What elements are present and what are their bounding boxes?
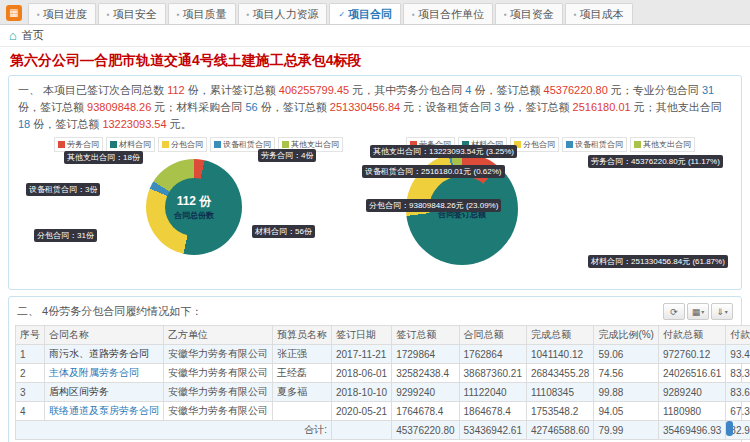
tab-icon: ▪: [412, 10, 415, 19]
col-header[interactable]: 完成比例(%): [594, 326, 659, 345]
refresh-icon: ⟳: [670, 307, 678, 317]
total-amount: 406255799.45: [279, 84, 349, 96]
col-header[interactable]: 签订日期: [332, 326, 392, 345]
tab-project-progress[interactable]: ▪项目进度: [28, 3, 96, 24]
col-header[interactable]: 签订总额: [392, 326, 459, 345]
home-icon[interactable]: ⌂: [9, 29, 17, 42]
columns-button[interactable]: ▦▾: [687, 303, 709, 320]
tab-label: 项目资金: [510, 7, 554, 22]
total-count: 112: [167, 84, 185, 96]
callout-other-count: 其他支出合同：18份: [64, 151, 143, 164]
table-header-row: 序号 合同名称 乙方单位 预算员名称 签订日期 签订总额 合同总额 完成总额 完…: [16, 326, 750, 345]
chevron-down-icon: ▾: [701, 308, 704, 315]
tab-project-funds[interactable]: ▪项目资金: [495, 3, 563, 24]
table-total-row: 合计: 45376220.80 53436942.61 42746588.60 …: [16, 421, 750, 440]
donut-center-value: 112 份: [177, 193, 212, 210]
tab-project-cost[interactable]: ▪项目成本: [565, 3, 633, 24]
contract-name-link[interactable]: 联络通道及泵房劳务合同: [49, 405, 159, 416]
tab-icon: ▪: [107, 10, 110, 19]
table-row: 3 盾构区间劳务 安徽华力劳务有限公司 夏多福 2018-10-10 92992…: [16, 383, 750, 402]
callout-equipment-amount: 设备租赁合同：2516180.01元 (0.62%): [362, 165, 505, 178]
contract-summary-panel: 一、 本项目已签订次合同总数 112 份，累计签订总额 406255799.45…: [8, 75, 742, 290]
tab-label: 项目质量: [183, 7, 227, 22]
legend-swatch: [282, 141, 289, 148]
contract-name-link[interactable]: 盾构区间劳务: [49, 386, 109, 397]
chevron-down-icon: ▾: [725, 308, 728, 315]
contract-name-link[interactable]: 雨污水、道路劳务合同: [49, 348, 149, 359]
page-title: 第六分公司—合肥市轨道交通4号线土建施工总承包4标段: [0, 47, 750, 73]
tab-project-partners[interactable]: ▪项目合作单位: [403, 3, 493, 24]
callout-equipment-count: 设备租赁合同：3份: [26, 183, 100, 196]
refresh-button[interactable]: ⟳: [663, 303, 685, 320]
col-header[interactable]: 序号: [16, 326, 45, 345]
legend-swatch: [162, 141, 169, 148]
legend-swatch: [110, 141, 117, 148]
tab-icon: ▪: [177, 10, 180, 19]
app-logo-icon[interactable]: ▦: [6, 5, 22, 21]
legend-swatch: [634, 141, 641, 148]
export-icon: ⇓: [716, 307, 724, 317]
breadcrumb: ⌂ 首页: [0, 25, 750, 47]
tab-label: 项目安全: [113, 7, 157, 22]
table-scrollbar-thumb[interactable]: [726, 421, 733, 436]
tab-label: 项目合作单位: [418, 7, 484, 22]
col-header[interactable]: 乙方单位: [164, 326, 273, 345]
legend-swatch: [566, 141, 573, 148]
section2-title: 二、 4份劳务分包合同履约情况如下：: [17, 304, 202, 319]
legend-swatch: [58, 141, 65, 148]
tab-label: 项目成本: [580, 7, 624, 22]
tab-project-hr[interactable]: ▪项目人力资源: [238, 3, 328, 24]
top-tab-bar: ▦ ▪项目进度 ▪项目安全 ▪项目质量 ▪项目人力资源 ✓项目合同 ▪项目合作单…: [0, 0, 750, 25]
charts-area: 劳务合同 材料合同 分包合同 设备租赁合同 其他支出合同 劳务合同 材料合同 分…: [18, 137, 732, 287]
legend-item[interactable]: 分包合同: [510, 137, 559, 152]
callout-subcontract-amount: 分包合同：93809848.26元 (23.09%): [366, 199, 501, 212]
tab-project-contract[interactable]: ✓项目合同: [329, 3, 401, 24]
table-row: 1 雨污水、道路劳务合同 安徽华力劳务有限公司 张正强 2017-11-21 1…: [16, 345, 750, 364]
legend-item[interactable]: 设备租赁合同: [562, 137, 627, 152]
callout-material-amount: 材料合同：251330456.84元 (61.87%): [588, 255, 728, 268]
legend-swatch: [214, 141, 221, 148]
summary-paragraph: 一、 本项目已签订次合同总数 112 份，累计签订总额 406255799.45…: [18, 82, 732, 133]
tab-icon: ▪: [247, 10, 250, 19]
table-row: 4 联络通道及泵房劳务合同 安徽华力劳务有限公司 2020-05-21 1764…: [16, 402, 750, 421]
columns-icon: ▦: [692, 307, 701, 317]
tab-label: 项目人力资源: [252, 7, 318, 22]
col-header[interactable]: 付款总额: [658, 326, 725, 345]
donut-center: 112 份 合同总份数: [165, 178, 223, 236]
tab-project-quality[interactable]: ▪项目质量: [168, 3, 236, 24]
legend-item[interactable]: 其他支出合同: [630, 137, 695, 152]
check-icon: ✓: [338, 10, 345, 19]
legend-item[interactable]: 材料合同: [106, 137, 155, 152]
tab-label: 项目合同: [348, 7, 392, 22]
total-label: 合计:: [16, 421, 332, 440]
labor-contracts-table: 序号 合同名称 乙方单位 预算员名称 签订日期 签订总额 合同总额 完成总额 完…: [15, 325, 750, 440]
callout-labor-amount: 劳务合同：45376220.80元 (11.17%): [588, 155, 723, 168]
callout-other-amount: 其他支出合同：13223093.54元 (3.25%): [370, 145, 517, 158]
labor-contracts-panel: 二、 4份劳务分包合同履约情况如下： ⟳ ▦▾ ⇓▾ 序号 合同名称 乙方单位 …: [8, 296, 742, 442]
breadcrumb-home-label[interactable]: 首页: [22, 28, 44, 43]
legend-item[interactable]: 劳务合同: [54, 137, 103, 152]
col-header[interactable]: 合同名称: [45, 326, 164, 345]
page: ▦ ▪项目进度 ▪项目安全 ▪项目质量 ▪项目人力资源 ✓项目合同 ▪项目合作单…: [0, 0, 750, 442]
col-header[interactable]: 预算员名称: [273, 326, 332, 345]
tab-label: 项目进度: [43, 7, 87, 22]
donut-chart-contract-count[interactable]: 112 份 合同总份数: [146, 159, 242, 255]
legend-item[interactable]: 分包合同: [158, 137, 207, 152]
callout-labor-count: 劳务合同：4份: [258, 149, 316, 162]
contract-name-link[interactable]: 主体及附属劳务合同: [49, 367, 139, 378]
table-row: 2 主体及附属劳务合同 安徽华力劳务有限公司 王经磊 2018-06-01 32…: [16, 364, 750, 383]
col-header[interactable]: 付款比例(%): [726, 326, 750, 345]
export-button[interactable]: ⇓▾: [711, 303, 733, 320]
donut-center-label: 合同总份数: [174, 210, 214, 221]
col-header[interactable]: 完成总额: [526, 326, 593, 345]
tab-icon: ▪: [574, 10, 577, 19]
tab-icon: ▪: [504, 10, 507, 19]
callout-material-count: 材料合同：56份: [252, 225, 315, 238]
col-header[interactable]: 合同总额: [459, 326, 526, 345]
tab-icon: ▪: [37, 10, 40, 19]
callout-subcontract-count: 分包合同：31份: [34, 229, 97, 242]
table-toolbar: ⟳ ▦▾ ⇓▾: [663, 303, 733, 320]
tab-project-safety[interactable]: ▪项目安全: [98, 3, 166, 24]
